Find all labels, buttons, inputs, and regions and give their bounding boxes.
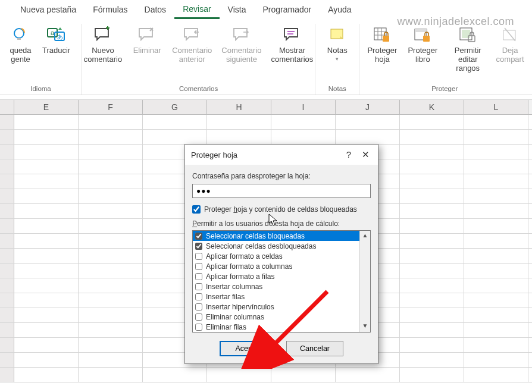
cell[interactable] [336,130,400,144]
tab-ayuda[interactable]: Ayuda [320,2,359,18]
permission-checkbox[interactable] [195,313,202,321]
permission-checkbox[interactable] [195,233,202,240]
ribbon-btn-permitir-rangos[interactable]: Permitir editar rangos [445,24,490,74]
cell[interactable] [464,353,528,367]
permissions-listbox[interactable]: Seleccionar celdas bloqueadasSeleccionar… [192,230,371,333]
permission-checkbox[interactable] [195,324,202,331]
cell[interactable] [79,353,143,367]
cell[interactable] [271,115,336,129]
permission-item[interactable]: Seleccionar celdas desbloqueadas [193,241,359,251]
cell[interactable] [14,115,79,129]
scroll-up-icon[interactable]: ▲ [360,231,370,242]
cell[interactable] [14,293,79,308]
ribbon-btn-nuevo-comentario[interactable]: Nuevo comentario [82,24,124,65]
ribbon-btn-proteger-libro[interactable]: Proteger libro [405,24,440,74]
cell[interactable] [14,174,79,189]
permission-item[interactable]: Aplicar formato a filas [193,271,359,281]
cell[interactable] [14,368,79,382]
cell[interactable] [79,130,143,144]
permission-item[interactable]: Eliminar filas [193,322,359,332]
permission-checkbox[interactable] [195,303,202,311]
cell[interactable] [464,159,528,174]
cell[interactable] [143,130,207,144]
permission-item[interactable]: Insertar columnas [193,281,359,291]
cell[interactable] [464,130,528,144]
col-header[interactable]: G [143,100,207,114]
cell[interactable] [400,308,464,322]
cell[interactable] [79,368,143,382]
cell[interactable] [464,249,528,263]
tab-vista[interactable]: Vista [220,2,255,18]
cell[interactable] [207,368,271,382]
cell[interactable] [400,353,464,367]
cell[interactable] [79,323,143,337]
cell[interactable] [464,145,528,159]
tab-revisar[interactable]: Revisar [174,2,219,19]
permission-item[interactable]: Seleccionar celdas bloqueadas [193,231,359,241]
ribbon-btn-traducir[interactable]: aあ Traducir [39,24,74,65]
cell[interactable] [79,338,143,352]
cell[interactable] [464,368,528,382]
permission-item[interactable]: Insertar filas [193,291,359,302]
dialog-close-button[interactable]: ✕ [362,149,370,160]
permission-item[interactable]: Eliminar columnas [193,312,359,322]
col-header[interactable]: F [79,100,143,114]
cell[interactable] [400,323,464,337]
permission-checkbox[interactable] [195,263,202,270]
cell[interactable] [464,338,528,352]
cell[interactable] [464,219,528,233]
ribbon-btn-notas[interactable]: Notas ▾ [320,24,355,63]
dialog-help-button[interactable]: ? [346,149,351,160]
cell[interactable] [464,204,528,218]
cell[interactable] [271,130,336,144]
cell[interactable] [464,189,528,203]
col-header-corner[interactable] [0,100,14,114]
scroll-down-icon[interactable]: ▼ [360,321,370,332]
cell[interactable] [79,264,143,278]
col-header[interactable]: I [271,100,336,114]
tab-formulas[interactable]: Fórmulas [85,2,136,18]
cell[interactable] [14,204,79,218]
col-header[interactable]: L [464,100,528,114]
cell[interactable] [14,189,79,203]
cell[interactable] [400,219,464,233]
cell[interactable] [79,145,143,159]
permission-checkbox[interactable] [195,293,202,300]
protect-contents-checkbox[interactable] [192,205,201,214]
cell[interactable] [464,323,528,337]
cell[interactable] [400,130,464,144]
ok-button[interactable]: Aceptar [220,341,277,356]
dialog-titlebar[interactable]: Proteger hoja ? ✕ [185,145,378,165]
cell[interactable] [207,130,271,144]
cell[interactable] [464,278,528,293]
permission-item[interactable]: Insertar hipervínculos [193,302,359,312]
cell[interactable] [79,234,143,248]
cell[interactable] [143,368,207,382]
cell[interactable] [400,234,464,248]
cell[interactable] [14,308,79,322]
cell[interactable] [400,204,464,218]
col-header[interactable]: E [14,100,79,114]
permission-checkbox[interactable] [195,273,202,280]
cell[interactable] [464,174,528,189]
permission-checkbox[interactable] [195,253,202,260]
ribbon-btn-mostrar-comentarios[interactable]: Mostrar comentarios [269,24,316,65]
cell[interactable] [79,159,143,174]
tab-programador[interactable]: Programador [254,2,320,18]
cell[interactable] [143,115,207,129]
cell[interactable] [464,234,528,248]
cell[interactable] [271,368,336,382]
cell[interactable] [464,264,528,278]
permission-item[interactable]: Aplicar formato a celdas [193,251,359,261]
cancel-button[interactable]: Cancelar [286,341,343,356]
cell[interactable] [400,159,464,174]
cell[interactable] [14,145,79,159]
cell[interactable] [400,264,464,278]
cell[interactable] [400,338,464,352]
cell[interactable] [14,130,79,144]
col-header[interactable]: K [400,100,464,114]
permission-item[interactable]: Aplicar formato a columnas [193,261,359,271]
cell[interactable] [14,219,79,233]
cell[interactable] [79,278,143,293]
cell[interactable] [14,278,79,293]
